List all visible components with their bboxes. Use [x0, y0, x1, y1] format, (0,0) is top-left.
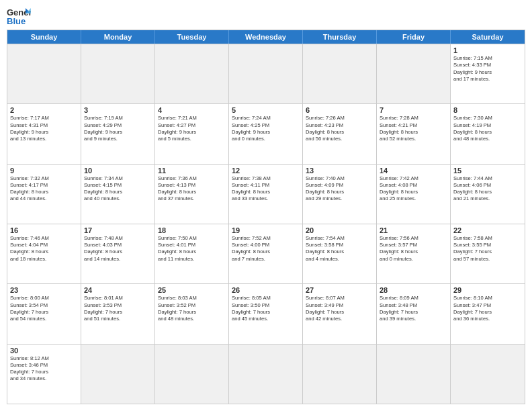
calendar-cell: 16Sunrise: 7:46 AM Sunset: 4:04 PM Dayli… — [7, 224, 81, 283]
day-number: 3 — [84, 106, 152, 114]
calendar-body: 1Sunrise: 7:15 AM Sunset: 4:33 PM Daylig… — [7, 44, 525, 404]
calendar-cell: 7Sunrise: 7:28 AM Sunset: 4:21 PM Daylig… — [377, 104, 451, 163]
day-info: Sunrise: 8:12 AM Sunset: 3:46 PM Dayligh… — [10, 355, 78, 383]
day-info: Sunrise: 7:38 AM Sunset: 4:11 PM Dayligh… — [232, 175, 300, 203]
calendar-cell — [155, 345, 229, 404]
day-number: 11 — [158, 167, 226, 175]
header: General Blue — [7, 7, 525, 26]
calendar-cell: 9Sunrise: 7:32 AM Sunset: 4:17 PM Daylig… — [7, 165, 81, 224]
calendar-cell: 14Sunrise: 7:42 AM Sunset: 4:08 PM Dayli… — [377, 165, 451, 224]
calendar-cell: 30Sunrise: 8:12 AM Sunset: 3:46 PM Dayli… — [7, 345, 81, 404]
calendar-cell: 24Sunrise: 8:01 AM Sunset: 3:53 PM Dayli… — [81, 284, 155, 343]
calendar-cell — [451, 345, 525, 404]
calendar-cell: 28Sunrise: 8:09 AM Sunset: 3:48 PM Dayli… — [377, 284, 451, 343]
calendar-cell: 12Sunrise: 7:38 AM Sunset: 4:11 PM Dayli… — [229, 165, 303, 224]
calendar-cell: 18Sunrise: 7:50 AM Sunset: 4:01 PM Dayli… — [155, 224, 229, 283]
page: General Blue SundayMondayTuesdayWednesda… — [0, 0, 532, 411]
day-number: 19 — [232, 226, 300, 234]
calendar-cell — [229, 44, 303, 103]
weekday-header: Sunday — [7, 30, 81, 44]
day-info: Sunrise: 7:50 AM Sunset: 4:01 PM Dayligh… — [158, 235, 226, 263]
day-number: 13 — [306, 167, 373, 175]
day-info: Sunrise: 7:28 AM Sunset: 4:21 PM Dayligh… — [380, 115, 447, 142]
day-number: 18 — [158, 226, 226, 234]
day-info: Sunrise: 8:00 AM Sunset: 3:54 PM Dayligh… — [10, 295, 78, 322]
calendar-cell: 25Sunrise: 8:03 AM Sunset: 3:52 PM Dayli… — [155, 284, 229, 343]
day-info: Sunrise: 7:19 AM Sunset: 4:29 PM Dayligh… — [84, 115, 152, 142]
day-number: 2 — [10, 106, 78, 114]
calendar-cell: 11Sunrise: 7:36 AM Sunset: 4:13 PM Dayli… — [155, 165, 229, 224]
day-info: Sunrise: 7:21 AM Sunset: 4:27 PM Dayligh… — [158, 115, 226, 142]
day-info: Sunrise: 7:54 AM Sunset: 3:58 PM Dayligh… — [306, 235, 373, 263]
calendar-cell: 15Sunrise: 7:44 AM Sunset: 4:06 PM Dayli… — [451, 165, 525, 224]
day-info: Sunrise: 8:05 AM Sunset: 3:50 PM Dayligh… — [232, 295, 300, 322]
calendar-cell: 6Sunrise: 7:26 AM Sunset: 4:23 PM Daylig… — [303, 104, 377, 163]
calendar-cell — [377, 345, 451, 404]
day-number: 30 — [10, 347, 78, 355]
day-number: 23 — [10, 286, 78, 294]
calendar-cell: 4Sunrise: 7:21 AM Sunset: 4:27 PM Daylig… — [155, 104, 229, 163]
day-info: Sunrise: 7:44 AM Sunset: 4:06 PM Dayligh… — [453, 175, 522, 203]
calendar-cell — [155, 44, 229, 103]
day-info: Sunrise: 7:46 AM Sunset: 4:04 PM Dayligh… — [10, 235, 78, 263]
calendar-cell — [303, 44, 377, 103]
day-number: 29 — [453, 286, 522, 294]
calendar-cell — [81, 345, 155, 404]
day-info: Sunrise: 7:30 AM Sunset: 4:19 PM Dayligh… — [453, 115, 522, 142]
day-info: Sunrise: 8:03 AM Sunset: 3:52 PM Dayligh… — [158, 295, 226, 322]
day-info: Sunrise: 7:48 AM Sunset: 4:03 PM Dayligh… — [84, 235, 152, 263]
logo: General Blue — [7, 7, 31, 26]
calendar-cell: 26Sunrise: 8:05 AM Sunset: 3:50 PM Dayli… — [229, 284, 303, 343]
calendar-cell — [7, 44, 81, 103]
calendar-row: 2Sunrise: 7:17 AM Sunset: 4:31 PM Daylig… — [7, 103, 525, 163]
day-number: 9 — [10, 167, 78, 175]
calendar-cell: 2Sunrise: 7:17 AM Sunset: 4:31 PM Daylig… — [7, 104, 81, 163]
calendar-cell: 5Sunrise: 7:24 AM Sunset: 4:25 PM Daylig… — [229, 104, 303, 163]
calendar-cell — [303, 345, 377, 404]
day-info: Sunrise: 7:17 AM Sunset: 4:31 PM Dayligh… — [10, 115, 78, 142]
weekday-header: Monday — [81, 30, 155, 44]
day-number: 15 — [453, 167, 522, 175]
day-number: 5 — [232, 106, 300, 114]
day-info: Sunrise: 7:56 AM Sunset: 3:57 PM Dayligh… — [380, 235, 447, 263]
calendar-row: 23Sunrise: 8:00 AM Sunset: 3:54 PM Dayli… — [7, 283, 525, 343]
day-info: Sunrise: 7:52 AM Sunset: 4:00 PM Dayligh… — [232, 235, 300, 263]
calendar-row: 1Sunrise: 7:15 AM Sunset: 4:33 PM Daylig… — [7, 44, 525, 103]
weekday-header: Tuesday — [155, 30, 229, 44]
day-number: 4 — [158, 106, 226, 114]
day-number: 16 — [10, 226, 78, 234]
day-number: 21 — [380, 226, 447, 234]
calendar-cell — [377, 44, 451, 103]
day-info: Sunrise: 8:07 AM Sunset: 3:49 PM Dayligh… — [306, 295, 373, 322]
calendar-cell: 23Sunrise: 8:00 AM Sunset: 3:54 PM Dayli… — [7, 284, 81, 343]
day-number: 28 — [380, 286, 447, 294]
day-info: Sunrise: 7:26 AM Sunset: 4:23 PM Dayligh… — [306, 115, 373, 142]
day-info: Sunrise: 8:01 AM Sunset: 3:53 PM Dayligh… — [84, 295, 152, 322]
day-number: 27 — [306, 286, 373, 294]
day-info: Sunrise: 8:10 AM Sunset: 3:47 PM Dayligh… — [453, 295, 522, 322]
calendar: SundayMondayTuesdayWednesdayThursdayFrid… — [7, 30, 525, 404]
calendar-cell: 13Sunrise: 7:40 AM Sunset: 4:09 PM Dayli… — [303, 165, 377, 224]
day-info: Sunrise: 7:32 AM Sunset: 4:17 PM Dayligh… — [10, 175, 78, 203]
weekday-header: Friday — [377, 30, 451, 44]
day-info: Sunrise: 7:34 AM Sunset: 4:15 PM Dayligh… — [84, 175, 152, 203]
day-number: 7 — [380, 106, 447, 114]
day-number: 17 — [84, 226, 152, 234]
day-info: Sunrise: 7:58 AM Sunset: 3:55 PM Dayligh… — [453, 235, 522, 263]
day-number: 6 — [306, 106, 373, 114]
day-info: Sunrise: 7:24 AM Sunset: 4:25 PM Dayligh… — [232, 115, 300, 142]
calendar-cell: 3Sunrise: 7:19 AM Sunset: 4:29 PM Daylig… — [81, 104, 155, 163]
calendar-cell: 27Sunrise: 8:07 AM Sunset: 3:49 PM Dayli… — [303, 284, 377, 343]
day-info: Sunrise: 7:15 AM Sunset: 4:33 PM Dayligh… — [453, 55, 522, 83]
calendar-cell: 22Sunrise: 7:58 AM Sunset: 3:55 PM Dayli… — [451, 224, 525, 283]
calendar-cell: 8Sunrise: 7:30 AM Sunset: 4:19 PM Daylig… — [451, 104, 525, 163]
calendar-row: 9Sunrise: 7:32 AM Sunset: 4:17 PM Daylig… — [7, 164, 525, 224]
calendar-cell — [81, 44, 155, 103]
day-info: Sunrise: 7:36 AM Sunset: 4:13 PM Dayligh… — [158, 175, 226, 203]
calendar-row: 30Sunrise: 8:12 AM Sunset: 3:46 PM Dayli… — [7, 344, 525, 404]
calendar-cell: 19Sunrise: 7:52 AM Sunset: 4:00 PM Dayli… — [229, 224, 303, 283]
day-info: Sunrise: 7:40 AM Sunset: 4:09 PM Dayligh… — [306, 175, 373, 203]
day-number: 26 — [232, 286, 300, 294]
day-number: 10 — [84, 167, 152, 175]
day-number: 1 — [453, 46, 522, 54]
